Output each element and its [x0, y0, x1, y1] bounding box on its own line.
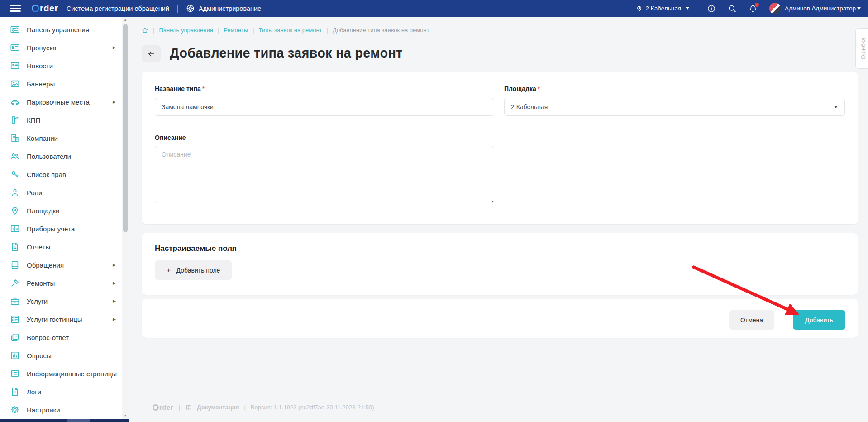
info-button[interactable]: [707, 4, 716, 13]
breadcrumb-current: Добавление типа заявок на ремонт: [333, 27, 429, 34]
sidebar-item-label: Парковочные места: [27, 98, 90, 106]
sidebar-item-label: Обращения: [27, 261, 64, 269]
chevron-right-icon: ▶: [113, 299, 116, 303]
polls-chart-icon: [10, 350, 20, 360]
caret-down-icon[interactable]: [857, 7, 861, 10]
checkpoint-icon: [10, 115, 20, 125]
sidebar-item-users[interactable]: Пользователи: [0, 147, 122, 165]
chevron-right-icon: ▶: [113, 45, 116, 50]
sidebar-item-label: Вопрос-ответ: [27, 334, 69, 341]
breadcrumb-separator: |: [153, 27, 154, 34]
key-icon: [10, 169, 20, 179]
sidebar-item-label: Пользователи: [27, 153, 71, 160]
footer-separator: |: [244, 404, 245, 411]
site-label: Площадка*: [504, 85, 540, 92]
sidebar-item-label: Информационные страницы: [27, 370, 117, 378]
page-title: Добавление типа заявок на ремонт: [170, 46, 403, 61]
cancel-button[interactable]: Отмена: [729, 310, 774, 330]
sidebar-vertical-scrollbar[interactable]: ▲ ▼: [122, 17, 129, 419]
back-arrow-icon: [147, 49, 156, 58]
avatar[interactable]: [769, 3, 781, 14]
documentation-link[interactable]: Документация: [197, 404, 239, 411]
sidebar-item-label: Новости: [27, 62, 53, 70]
sidebar-item-checkpoint[interactable]: КПП: [0, 111, 122, 129]
back-button[interactable]: [142, 45, 161, 62]
sidebar-item-faq[interactable]: ? Вопрос-ответ: [0, 328, 122, 346]
sidebar-item-roles[interactable]: Роли: [0, 183, 122, 201]
version-text: Версия: 1.1.1923 (ec2df7ae-30.11.2023-21…: [251, 404, 374, 411]
breadcrumb-control-panel[interactable]: Панель управления: [159, 27, 213, 34]
sidebar-item-label: КПП: [27, 116, 40, 124]
sidebar-item-parking[interactable]: Парковочные места ▶: [0, 93, 122, 111]
breadcrumb-separator: |: [218, 27, 219, 34]
scrollbar-thumb[interactable]: [123, 24, 128, 232]
sidebar-item-control-panel[interactable]: Панель управления: [0, 20, 122, 38]
sidebar-item-companies[interactable]: Компании: [0, 129, 122, 147]
sidebar-item-sites[interactable]: Площадки: [0, 201, 122, 220]
main-content: | Панель управления | Ремонты | Типы зая…: [129, 17, 868, 422]
home-icon[interactable]: [142, 27, 148, 34]
actions-card: Отмена Добавить: [142, 299, 858, 338]
sidebar-item-label: Ремонты: [27, 279, 55, 287]
topbar: rder Система регистрации обращений Админ…: [0, 0, 868, 17]
sidebar-item-reports[interactable]: Отчёты: [0, 238, 122, 256]
sidebar-item-banners[interactable]: Баннеры: [0, 75, 122, 93]
sidebar-item-polls[interactable]: Опросы: [0, 346, 122, 364]
submit-button[interactable]: Добавить: [793, 310, 845, 330]
breadcrumb-repair-types[interactable]: Типы заявок на ремонт: [259, 27, 322, 34]
sidebar-item-services[interactable]: Услуги ▶: [0, 292, 122, 310]
description-textarea[interactable]: [155, 146, 494, 203]
administration-section[interactable]: Администрирование: [186, 4, 261, 13]
type-name-input[interactable]: [155, 98, 494, 116]
search-icon: [728, 4, 737, 13]
chevron-right-icon: ▶: [113, 281, 116, 285]
breadcrumb-repairs[interactable]: Ремонты: [224, 27, 248, 34]
sidebar-item-permissions[interactable]: Список прав: [0, 165, 122, 183]
sidebar-item-requests[interactable]: Обращения ▶: [0, 256, 122, 274]
requests-book-icon: [10, 260, 20, 270]
sidebar-item-label: Панель управления: [27, 26, 89, 34]
add-field-button[interactable]: + Добавить поле: [155, 260, 232, 280]
hamburger-icon[interactable]: [10, 5, 21, 12]
scrollbar-thumb[interactable]: [67, 419, 90, 422]
sidebar-item-repairs[interactable]: Ремонты ▶: [0, 274, 122, 292]
site-select[interactable]: 2 Кабельная: [504, 98, 845, 116]
description-label: Описание: [155, 134, 186, 141]
chevron-right-icon: ▶: [113, 263, 116, 267]
sidebar-horizontal-scrollbar[interactable]: [0, 419, 129, 422]
sidebar-item-settings[interactable]: Настройки: [0, 401, 122, 419]
required-asterisk: *: [202, 85, 205, 92]
footer: rder | Документация | Версия: 1.1.1923 (…: [142, 403, 374, 411]
logo-text: rder: [40, 3, 58, 14]
svg-text:1: 1: [12, 227, 14, 231]
sidebar-item-label: Приборы учёта: [27, 225, 75, 233]
sidebar-item-label: Список прав: [27, 171, 66, 178]
sidebar-item-info-pages[interactable]: Информационные страницы: [0, 364, 122, 383]
banner-image-icon: [10, 79, 20, 89]
error-tab[interactable]: Ошибка: [855, 28, 868, 69]
pass-card-icon: [10, 43, 20, 53]
sidebar-item-label: Отчёты: [27, 243, 50, 251]
sidebar-item-news[interactable]: Новости: [0, 57, 122, 75]
sidebar-item-logs[interactable]: Логи: [0, 383, 122, 401]
scroll-down-icon[interactable]: ▼: [122, 412, 129, 419]
scroll-up-icon[interactable]: ▲: [122, 17, 129, 23]
location-pin-icon: [636, 5, 643, 12]
settings-gear-icon: [10, 405, 20, 415]
svg-text:4: 4: [16, 227, 18, 231]
notifications-button[interactable]: [749, 4, 758, 13]
report-file-icon: [10, 242, 20, 252]
location-selector[interactable]: 2 Кабельная: [636, 5, 689, 12]
sidebar-item-meters[interactable]: 1 4 Приборы учёта: [0, 220, 122, 238]
user-name[interactable]: Админов Администратор: [785, 5, 856, 12]
search-button[interactable]: [728, 4, 737, 13]
notification-badge: [755, 3, 759, 7]
plus-icon: +: [167, 266, 171, 275]
custom-fields-card: Настраиваемые поля + Добавить поле: [142, 233, 858, 295]
logo-o-ring: [153, 404, 159, 411]
sidebar-item-passes[interactable]: Пропуска ▶: [0, 38, 122, 57]
sidebar-item-hotel-services[interactable]: Услуги гостиницы ▶: [0, 310, 122, 328]
services-briefcase-icon: [10, 296, 20, 306]
footer-logo: rder: [153, 403, 173, 411]
logs-file-icon: [10, 387, 20, 397]
